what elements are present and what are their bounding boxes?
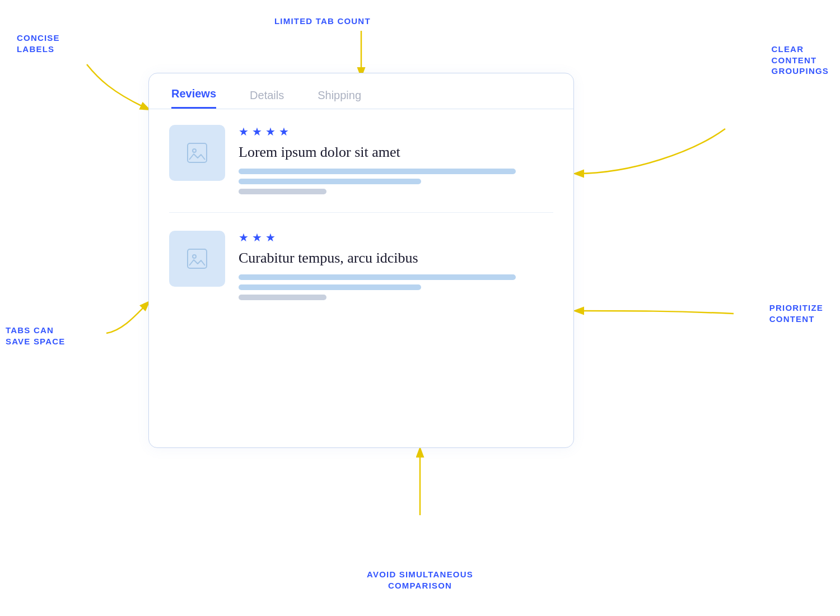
annotation-prioritize-content: PRIORITIZECONTENT bbox=[769, 302, 823, 324]
star-1: ★ bbox=[239, 125, 249, 138]
star-1: ★ bbox=[239, 231, 249, 244]
svg-point-1 bbox=[193, 149, 196, 152]
review-line-2 bbox=[239, 284, 421, 290]
annotation-tabs-can-save-space: TABS CANSAVE SPACE bbox=[6, 325, 65, 347]
annotation-avoid-simultaneous: AVOID SIMULTANEOUSCOMPARISON bbox=[0, 569, 840, 591]
review-item: ★ ★ ★ ★ Lorem ipsum dolor sit amet bbox=[169, 125, 553, 194]
svg-point-3 bbox=[193, 255, 196, 258]
review-line-1 bbox=[239, 169, 516, 174]
star-3: ★ bbox=[265, 231, 276, 244]
review-image bbox=[169, 231, 225, 287]
review-item: ★ ★ ★ Curabitur tempus, arcu idcibus bbox=[169, 231, 553, 300]
tab-shipping[interactable]: Shipping bbox=[318, 89, 361, 109]
svg-rect-2 bbox=[188, 249, 207, 268]
review-line-2 bbox=[239, 179, 421, 184]
tab-reviews[interactable]: Reviews bbox=[171, 87, 216, 109]
tab-bar: Reviews Details Shipping bbox=[149, 73, 573, 109]
svg-rect-0 bbox=[188, 143, 207, 162]
annotation-limited-tab-count: LIMITED TAB COUNT bbox=[274, 16, 371, 27]
ui-card: Reviews Details Shipping ★ ★ ★ ★ bbox=[148, 73, 574, 448]
tab-details[interactable]: Details bbox=[250, 89, 284, 109]
review-body: ★ ★ ★ Curabitur tempus, arcu idcibus bbox=[239, 231, 553, 300]
review-title: Curabitur tempus, arcu idcibus bbox=[239, 250, 553, 267]
review-line-1 bbox=[239, 274, 516, 280]
annotation-concise-labels: CONCISELABELS bbox=[17, 32, 60, 54]
annotation-clear-content-groupings: CLEARCONTENTGROUPINGS bbox=[772, 44, 829, 77]
star-2: ★ bbox=[252, 125, 262, 138]
review-body: ★ ★ ★ ★ Lorem ipsum dolor sit amet bbox=[239, 125, 553, 194]
review-image bbox=[169, 125, 225, 181]
review-divider bbox=[169, 212, 553, 213]
star-2: ★ bbox=[252, 231, 262, 244]
star-3: ★ bbox=[265, 125, 276, 138]
review-line-3 bbox=[239, 189, 326, 194]
star-rating: ★ ★ ★ bbox=[239, 231, 553, 244]
reviews-content: ★ ★ ★ ★ Lorem ipsum dolor sit amet bbox=[149, 109, 573, 316]
review-line-3 bbox=[239, 295, 326, 300]
review-title: Lorem ipsum dolor sit amet bbox=[239, 144, 553, 161]
star-4: ★ bbox=[279, 125, 289, 138]
star-rating: ★ ★ ★ ★ bbox=[239, 125, 553, 138]
